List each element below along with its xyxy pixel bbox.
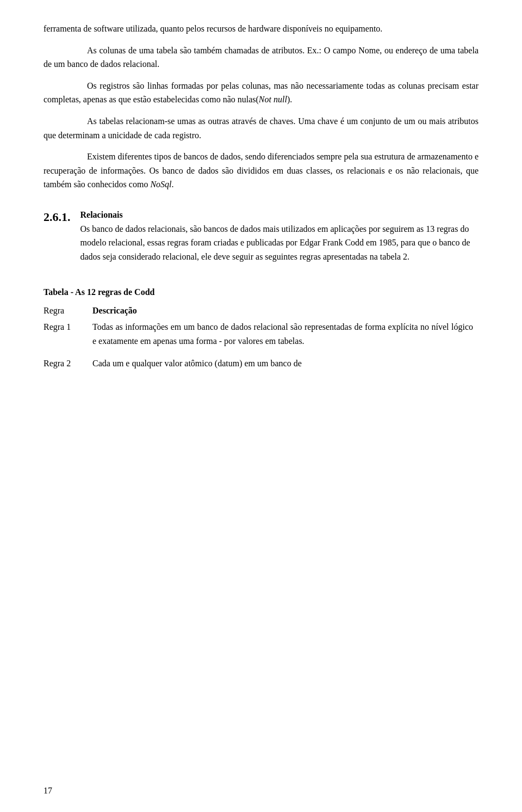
col-header-descricao: Descricação [92,304,478,318]
paragraph-3-italic: Not null [259,95,287,104]
table-cell-regra: Regra 1 [44,318,92,350]
section-261-title: Relacionais [80,210,123,219]
table-cell-descricao: Cada um e qualquer valor atômico (datum)… [92,354,478,373]
page-number: 17 [44,786,52,796]
paragraph-2: As colunas de uma tabela são também cham… [44,44,478,71]
paragraph-3: Os registros são linhas formadas por pel… [44,79,478,107]
paragraph-2-text: As colunas de uma tabela são também cham… [44,46,478,69]
paragraph-3-end: ). [287,95,292,104]
paragraph-5-italic: NoSql [150,180,171,189]
table-label: Tabela - As 12 regras de Codd [44,285,478,299]
paragraph-1: ferramenta de software utilizada, quanto… [44,22,478,36]
paragraph-4-text: As tabelas relacionam-se umas as outras … [44,116,478,140]
paragraph-5-end: . [172,180,174,189]
table-row: Regra 1Todas as informações em um banco … [44,318,478,350]
section-261: 2.6.1. Relacionais Os banco de dados rel… [44,208,478,263]
table-row-spacer [44,350,478,354]
section-261-number: 2.6.1. [44,208,71,226]
table-section: Tabela - As 12 regras de Codd Regra Desc… [44,285,478,372]
paragraph-1-text: ferramenta de software utilizada, quanto… [44,24,382,33]
table-cell-regra: Regra 2 [44,354,92,373]
table-row: Regra 2Cada um e qualquer valor atômico … [44,354,478,373]
section-261-body: Os banco de dados relacionais, são banco… [80,224,470,261]
section-261-content: Relacionais Os banco de dados relacionai… [80,208,479,263]
table-cell-descricao: Todas as informações em um banco de dado… [92,318,478,350]
col-header-regra: Regra [44,304,92,318]
paragraph-4: As tabelas relacionam-se umas as outras … [44,114,478,142]
paragraph-5: Existem diferentes tipos de bancos de da… [44,150,478,192]
table-header-row: Regra Descricação [44,304,478,318]
paragraph-5-text: Existem diferentes tipos de bancos de da… [44,152,478,189]
rules-table: Regra Descricação Regra 1Todas as inform… [44,304,478,373]
page: ferramenta de software utilizada, quanto… [0,0,522,812]
